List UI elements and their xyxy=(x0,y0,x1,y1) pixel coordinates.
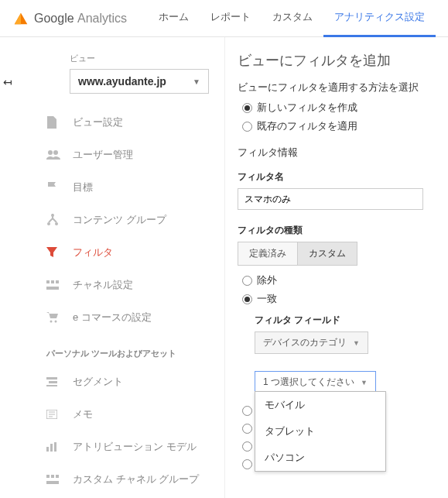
nav-attribution[interactable]: アトリビューション モデル xyxy=(39,431,224,463)
tab-report[interactable]: レポート xyxy=(200,0,262,37)
back-button[interactable]: ↤ xyxy=(0,37,15,498)
channels-icon xyxy=(46,280,62,290)
svg-rect-11 xyxy=(46,377,57,380)
svg-rect-6 xyxy=(51,280,54,283)
method-label: ビューにフィルタを適用する方法を選択 xyxy=(238,81,448,94)
radio-icon xyxy=(242,103,252,113)
radio-icon xyxy=(242,424,252,434)
nav-view-settings[interactable]: ビュー設定 xyxy=(39,106,224,139)
svg-point-2 xyxy=(47,222,50,225)
flag-icon xyxy=(46,181,62,194)
option-tablet[interactable]: タブレット xyxy=(255,418,385,445)
type-tab-custom[interactable]: カスタム xyxy=(298,242,357,266)
nav-goals[interactable]: 目標 xyxy=(39,171,224,204)
svg-rect-12 xyxy=(49,381,57,383)
nav-notes[interactable]: メモ xyxy=(39,398,224,431)
radio-create-new[interactable]: 新しいフィルタを作成 xyxy=(242,101,448,115)
svg-rect-13 xyxy=(46,385,57,386)
nav-content-groups[interactable]: コンテンツ グループ xyxy=(39,204,224,236)
nav-filters[interactable]: フィルタ xyxy=(39,236,224,269)
bars-icon xyxy=(46,442,62,452)
option-pc[interactable]: パソコン xyxy=(255,445,385,471)
filter-name-label: フィルタ名 xyxy=(238,170,448,184)
filter-field-select[interactable]: デバイスのカテゴリ ▼ xyxy=(255,331,368,354)
nav-segments[interactable]: セグメント xyxy=(39,366,224,398)
segment-icon xyxy=(46,377,62,386)
svg-rect-5 xyxy=(46,280,50,283)
svg-point-10 xyxy=(55,321,57,323)
svg-point-4 xyxy=(51,214,54,217)
analytics-logo-icon xyxy=(12,10,29,27)
option-mobile[interactable]: モバイル xyxy=(255,392,385,418)
view-label: ビュー xyxy=(70,53,224,64)
radio-apply-existing[interactable]: 既存のフィルタを適用 xyxy=(242,119,448,133)
view-selector[interactable]: www.ayudante.jp ▼ xyxy=(70,69,209,94)
nav-custom-channel[interactable]: カスタム チャネル グループ xyxy=(39,463,224,496)
filter-value-select[interactable]: 1 つ選択してください ▼ xyxy=(255,371,376,393)
svg-rect-8 xyxy=(46,287,59,290)
svg-rect-18 xyxy=(46,447,49,452)
tab-custom[interactable]: カスタム xyxy=(262,0,323,37)
svg-rect-23 xyxy=(56,475,59,478)
radio-icon xyxy=(242,459,252,469)
caret-down-icon: ▼ xyxy=(353,339,360,347)
info-label: フィルタ情報 xyxy=(238,146,448,160)
svg-point-9 xyxy=(50,321,53,323)
radio-icon xyxy=(242,441,252,452)
radio-include[interactable]: 一致 xyxy=(242,292,448,306)
caret-down-icon: ▼ xyxy=(193,77,200,86)
svg-rect-20 xyxy=(54,442,56,452)
dropdown-panel: モバイル タブレット パソコン xyxy=(255,391,386,472)
radio-icon xyxy=(242,276,252,286)
type-tab-predefined[interactable]: 定義済み xyxy=(238,242,298,266)
filter-type-label: フィルタの種類 xyxy=(238,224,448,237)
svg-rect-22 xyxy=(51,475,54,478)
radio-icon xyxy=(242,406,252,416)
nav-ecommerce[interactable]: e コマースの設定 xyxy=(39,301,224,334)
logo-google: Google xyxy=(34,12,74,25)
users-icon xyxy=(46,150,62,160)
logo: Google Analytics xyxy=(12,10,127,27)
cart-icon xyxy=(46,312,62,323)
svg-rect-7 xyxy=(56,280,59,283)
personal-tools-label: パーソナル ツールおよびアセット xyxy=(46,348,224,359)
svg-point-0 xyxy=(48,150,53,155)
channels-icon xyxy=(46,475,62,484)
view-selected: www.ayudante.jp xyxy=(78,75,166,88)
svg-point-1 xyxy=(53,150,58,155)
svg-point-3 xyxy=(55,222,58,225)
filter-field-label: フィルタ フィールド xyxy=(255,314,448,327)
nav-channel-settings[interactable]: チャネル設定 xyxy=(39,269,224,301)
caret-down-icon: ▼ xyxy=(361,379,368,386)
tab-admin[interactable]: アナリティクス設定 xyxy=(323,0,436,37)
nav-user-management[interactable]: ユーザー管理 xyxy=(39,139,224,171)
svg-rect-21 xyxy=(46,475,50,478)
svg-rect-24 xyxy=(46,481,59,484)
svg-rect-19 xyxy=(50,444,53,452)
radio-icon xyxy=(242,122,252,132)
page-title: ビューにフィルタを追加 xyxy=(238,51,448,70)
radio-exclude[interactable]: 除外 xyxy=(242,273,448,287)
radio-icon xyxy=(242,294,252,304)
funnel-icon xyxy=(46,247,62,258)
branch-icon xyxy=(46,214,62,226)
note-icon xyxy=(46,410,62,419)
tab-home[interactable]: ホーム xyxy=(148,0,200,37)
document-icon xyxy=(46,116,62,129)
logo-analytics: Analytics xyxy=(77,12,127,25)
filter-name-input[interactable] xyxy=(238,188,423,210)
